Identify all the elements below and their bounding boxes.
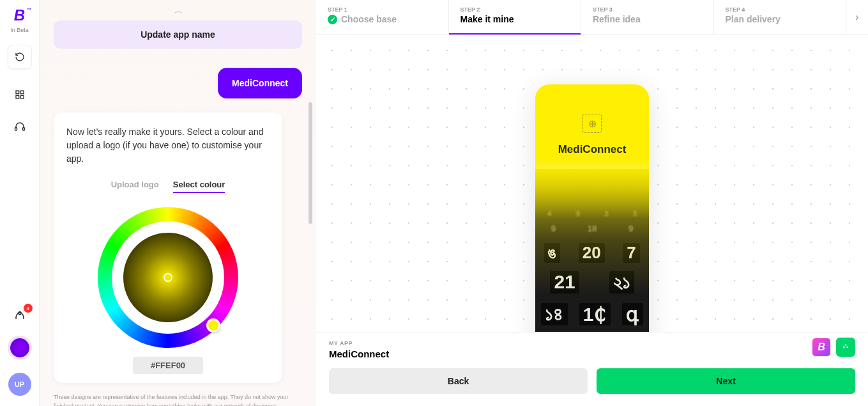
- svg-point-6: [19, 313, 20, 315]
- saturation-circle[interactable]: [123, 233, 213, 322]
- beta-label: In Beta: [10, 27, 29, 33]
- svg-point-7: [843, 347, 845, 348]
- stepper-more-icon[interactable]: ›: [846, 0, 868, 34]
- headset-icon[interactable]: [13, 120, 26, 133]
- stepper: STEP 1 ✓Choose base STEP 2 Make it mine …: [316, 0, 868, 35]
- check-icon: ✓: [328, 15, 337, 24]
- back-button[interactable]: Back: [329, 368, 588, 394]
- hue-picker-handle[interactable]: [206, 318, 220, 332]
- step-2[interactable]: STEP 2 Make it mine: [449, 0, 582, 34]
- phone-header: ⊕ MediConnect: [535, 84, 649, 219]
- disclaimer-text: These designs are representative of the …: [54, 393, 302, 406]
- chat-float-icon[interactable]: [836, 338, 855, 357]
- step-3[interactable]: STEP 3 Refine idea: [581, 0, 714, 34]
- undo-button[interactable]: [8, 45, 32, 69]
- next-button[interactable]: Next: [597, 368, 855, 394]
- card-instruction-text: Now let's really make it yours. Select a…: [66, 125, 270, 166]
- card-tabs: Upload logo Select colour: [111, 180, 225, 193]
- left-rail: B™ In Beta 4 UP: [0, 0, 40, 406]
- colour-wheel[interactable]: [98, 207, 238, 348]
- left-panel: ︿ Update app name MediConnect Now let's …: [40, 0, 316, 406]
- hex-value[interactable]: #FFEF00: [133, 357, 203, 374]
- brand-logo[interactable]: B™: [14, 6, 25, 24]
- step-2-title: Make it mine: [461, 14, 570, 24]
- svg-rect-4: [15, 128, 17, 131]
- svg-rect-3: [20, 95, 24, 98]
- my-app-label: MY APP: [329, 340, 855, 347]
- grid-icon[interactable]: [13, 88, 26, 101]
- bottom-bar: MY APP MediConnect B Back Next: [316, 332, 868, 406]
- step-3-title: Refine idea: [593, 14, 702, 24]
- step-2-num: STEP 2: [461, 6, 570, 13]
- undo-icon: [15, 52, 25, 62]
- app-name-chip: MediConnect: [218, 68, 302, 98]
- svg-rect-2: [16, 95, 19, 98]
- step-4-title: Plan delivery: [726, 14, 835, 24]
- svg-point-8: [846, 347, 848, 348]
- tab-select-colour[interactable]: Select colour: [173, 180, 225, 193]
- collapse-chevron-icon[interactable]: ︿: [174, 5, 181, 17]
- step-1-title: Choose base: [341, 14, 397, 24]
- step-1-num: STEP 1: [328, 6, 437, 13]
- update-app-name-button[interactable]: Update app name: [54, 20, 302, 49]
- tab-upload-logo[interactable]: Upload logo: [111, 180, 159, 193]
- svg-rect-0: [16, 91, 19, 94]
- preview-canvas[interactable]: 4933 9189 ঙ207 21২১ ১৪1₵գ ওঃ০১ ⊕ MediCon…: [316, 35, 868, 332]
- step-4[interactable]: STEP 4 Plan delivery: [714, 0, 847, 34]
- theme-circle[interactable]: [10, 338, 29, 357]
- tm-mark: ™: [27, 8, 31, 12]
- svg-rect-5: [22, 128, 24, 131]
- step-4-num: STEP 4: [726, 6, 835, 13]
- step-1[interactable]: STEP 1 ✓Choose base: [316, 0, 449, 34]
- panel-scrollbar[interactable]: [308, 102, 312, 224]
- phone-preview: 4933 9189 ঙ207 21২১ ১৪1₵գ ওঃ০১ ⊕ MediCon…: [535, 84, 649, 332]
- svg-rect-1: [20, 91, 24, 94]
- phone-app-title: MediConnect: [558, 143, 627, 156]
- step-3-num: STEP 3: [593, 6, 702, 13]
- brand-float-icon[interactable]: B: [812, 338, 831, 357]
- inner-picker-handle[interactable]: [164, 273, 172, 282]
- right-area: STEP 1 ✓Choose base STEP 2 Make it mine …: [316, 0, 868, 406]
- my-app-name: MediConnect: [329, 348, 855, 359]
- add-logo-placeholder[interactable]: ⊕: [582, 114, 602, 133]
- rocket-badge: 4: [24, 304, 33, 313]
- customise-card: Now let's really make it yours. Select a…: [54, 113, 282, 383]
- user-avatar[interactable]: UP: [8, 373, 31, 396]
- rocket-icon[interactable]: 4: [13, 309, 26, 322]
